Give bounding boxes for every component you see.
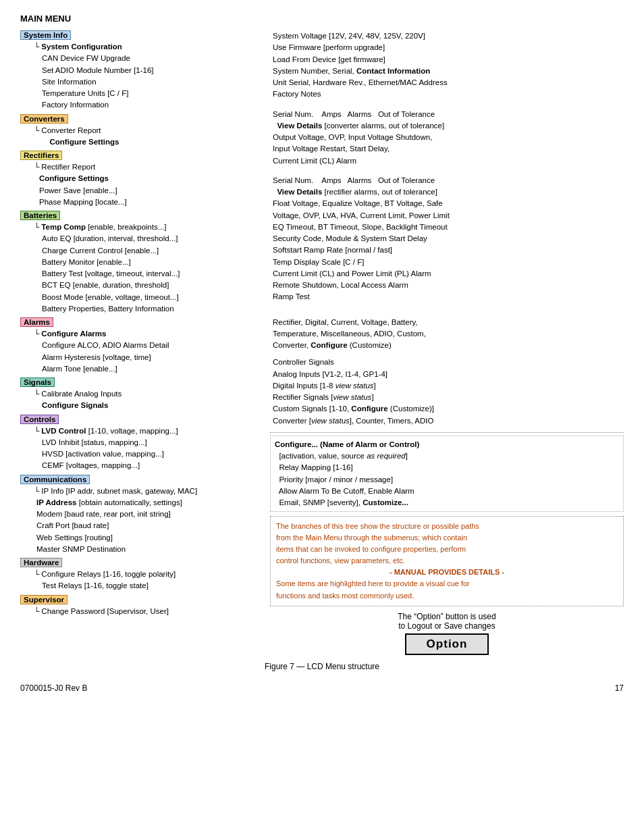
right-line: System Number, Serial, Contact Informati… bbox=[273, 66, 624, 77]
right-line: Priority [major / minor / message] bbox=[275, 474, 619, 486]
section-converters: Converters └ Converter Report Configure … bbox=[20, 114, 263, 149]
sub-item: └ Calibrate Analog Inputs bbox=[34, 388, 263, 400]
right-line: Relay Mapping [1-16] bbox=[275, 462, 619, 473]
sub-item: Master SNMP Destination bbox=[34, 544, 263, 555]
section-label-batteries: Batteries bbox=[20, 211, 60, 220]
footer-right: 17 bbox=[615, 683, 624, 693]
right-line: Output Voltage, OVP, Input Voltage Shutd… bbox=[273, 132, 624, 143]
right-line: Remote Shutdown, Local Access Alarm bbox=[273, 280, 624, 291]
right-line: Converter, Configure (Customize) bbox=[273, 340, 624, 351]
right-line: Temperature, Miscellaneous, ADIO, Custom… bbox=[273, 328, 624, 340]
sub-item: Factory Information bbox=[34, 99, 263, 111]
right-line: Unit Serial, Hardware Rev., Ethernet/MAC… bbox=[273, 77, 624, 88]
right-line: View Details [converter alarms, out of t… bbox=[273, 120, 624, 132]
sub-item: └ System Configuration bbox=[34, 41, 263, 53]
section-batteries: Batteries └ Temp Comp [enable, breakpoin… bbox=[20, 211, 263, 315]
sub-item: CAN Device FW Upgrade bbox=[34, 53, 263, 64]
section-hardware: Hardware └ Configure Relays [1-16, toggl… bbox=[20, 558, 263, 592]
sub-item: Test Relays [1-16, toggle state] bbox=[34, 580, 263, 592]
right-group-signals: Controller Signals Analog Inputs [V1-2, … bbox=[270, 357, 624, 427]
info-box: The branches of this tree show the struc… bbox=[270, 516, 624, 606]
section-label-converters: Converters bbox=[20, 114, 68, 124]
right-line: Controller Signals bbox=[273, 357, 624, 368]
right-line: Custom Signals [1-10, Configure (Customi… bbox=[273, 403, 624, 415]
sub-item: └ Configure Relays [1-16, toggle polarit… bbox=[34, 569, 263, 580]
info-line: The branches of this tree show the struc… bbox=[276, 521, 618, 532]
sub-item: Boost Mode [enable, voltage, timeout...] bbox=[34, 292, 263, 303]
section-label-hardware: Hardware bbox=[20, 558, 62, 567]
sub-item: BCT EQ [enable, duration, threshold] bbox=[34, 280, 263, 291]
sub-item: Power Save [enable...] bbox=[34, 185, 263, 197]
sub-item: Modem [baud rate, rear port, init string… bbox=[34, 509, 263, 520]
option-button[interactable]: Option bbox=[405, 633, 489, 655]
figure-caption: Figure 7 — LCD Menu structure bbox=[20, 662, 624, 671]
right-line: Use Firmware [perform upgrade] bbox=[273, 42, 624, 53]
sub-item: Alarm Tone [enable...] bbox=[34, 363, 263, 375]
page-footer: 0700015-J0 Rev B 17 bbox=[20, 683, 624, 693]
sub-item: └ Configure Alarms bbox=[34, 328, 263, 340]
sub-item: Alarm Hysteresis [voltage, time] bbox=[34, 352, 263, 363]
right-group-alarms: Rectifier, Digital, Current, Voltage, Ba… bbox=[270, 317, 624, 352]
page-title: MAIN MENU bbox=[20, 14, 624, 24]
section-supervisor: Supervisor └ Change Password [Supervisor… bbox=[20, 595, 263, 617]
section-label-signals: Signals bbox=[20, 377, 55, 387]
sub-item: Battery Properties, Battery Information bbox=[34, 303, 263, 315]
section-label-supervisor: Supervisor bbox=[20, 595, 68, 604]
sub-item: └ IP Info [IP addr, subnet mask, gateway… bbox=[34, 486, 263, 497]
right-line: EQ Timeout, BT Timeout, Slope, Backlight… bbox=[273, 221, 624, 233]
section-label-rectifiers: Rectifiers bbox=[20, 151, 62, 160]
right-line: Email, SNMP [severity], Customize... bbox=[275, 497, 619, 509]
right-line: Voltage, OVP, LVA, HVA, Current Limit, P… bbox=[273, 210, 624, 221]
sub-item: Site Information bbox=[34, 76, 263, 88]
sub-item: Battery Monitor [enable...] bbox=[34, 257, 263, 268]
section-system-info: System Info └ System Configuration CAN D… bbox=[20, 30, 263, 111]
right-line: View Details [rectifier alarms, out of t… bbox=[273, 186, 624, 198]
right-line: Temp Display Scale [C / F] bbox=[273, 257, 624, 268]
section-communications: Communications └ IP Info [IP addr, subne… bbox=[20, 475, 263, 556]
option-description: The “Option” button is used to Logout or… bbox=[270, 612, 624, 631]
right-line: Analog Inputs [V1-2, I1-4, GP1-4] bbox=[273, 369, 624, 380]
right-line: Factory Notes bbox=[273, 88, 624, 100]
section-label-alarms: Alarms bbox=[20, 317, 53, 327]
right-line: Rectifier Signals [view status] bbox=[273, 392, 624, 403]
section-controls: Controls └ LVD Control [1-10, voltage, m… bbox=[20, 415, 263, 472]
right-group-system-info: System Voltage [12V, 24V, 48V, 125V, 220… bbox=[270, 30, 624, 101]
info-line: from the Main Menu through the submenus;… bbox=[276, 532, 618, 544]
info-line: Some items are highlighted here to provi… bbox=[276, 578, 618, 590]
right-group-rectifiers: Serial Num. Amps Alarms Out of Tolerance… bbox=[270, 175, 624, 303]
info-line: functions and tasks most commonly used. bbox=[276, 590, 618, 602]
right-group-converters: Serial Num. Amps Alarms Out of Tolerance… bbox=[270, 109, 624, 167]
right-detail-column: System Voltage [12V, 24V, 48V, 125V, 220… bbox=[263, 30, 624, 655]
section-label-system-info: System Info bbox=[20, 30, 71, 40]
right-line: Float Voltage, Equalize Voltage, BT Volt… bbox=[273, 198, 624, 209]
right-line: Load From Device [get firmware] bbox=[273, 54, 624, 66]
sub-item: Set ADIO Module Number [1-16] bbox=[34, 65, 263, 76]
right-line: Input Voltage Restart, Start Delay, bbox=[273, 143, 624, 155]
right-line: Converter [view status], Counter, Timers… bbox=[273, 415, 624, 427]
sub-item: └ LVD Control [1-10, voltage, mapping...… bbox=[34, 425, 263, 437]
right-line: Rectifier, Digital, Current, Voltage, Ba… bbox=[273, 317, 624, 328]
sub-item: Battery Test [voltage, timeout, interval… bbox=[34, 268, 263, 280]
sub-item: └ Rectifier Report bbox=[34, 161, 263, 173]
sub-item: └ Converter Report bbox=[34, 125, 263, 136]
right-line: Softstart Ramp Rate [normal / fast] bbox=[273, 244, 624, 256]
sub-item: Phase Mapping [locate...] bbox=[34, 197, 263, 208]
sub-item: LVD Inhibit [status, mapping...] bbox=[34, 437, 263, 448]
right-line: Configure... (Name of Alarm or Control) bbox=[275, 439, 619, 450]
sub-item: Craft Port [baud rate] bbox=[34, 520, 263, 531]
sub-item: Auto EQ [duration, interval, threshold..… bbox=[34, 233, 263, 244]
footer-left: 0700015-J0 Rev B bbox=[20, 683, 87, 693]
sub-item: Charge Current Control [enable...] bbox=[34, 245, 263, 257]
section-rectifiers: Rectifiers └ Rectifier Report Configure … bbox=[20, 151, 263, 208]
info-line: items that can be invoked to configure p… bbox=[276, 544, 618, 555]
left-menu-column: System Info └ System Configuration CAN D… bbox=[20, 30, 263, 655]
right-line: Digital Inputs [1-8 view status] bbox=[273, 380, 624, 392]
sub-item: Configure Settings bbox=[34, 173, 263, 184]
right-line: Serial Num. Amps Alarms Out of Tolerance bbox=[273, 109, 624, 120]
sub-item: HVSD [activation value, mapping...] bbox=[34, 448, 263, 460]
right-line: Allow Alarm To Be Cutoff, Enable Alarm bbox=[275, 486, 619, 497]
info-line: - MANUAL PROVIDES DETAILS - bbox=[276, 567, 618, 578]
section-alarms: Alarms └ Configure Alarms Configure ALCO… bbox=[20, 317, 263, 375]
right-line: [activation, value, source as required] bbox=[275, 450, 619, 462]
right-line: Current Limit (CL) and Power Limit (PL) … bbox=[273, 268, 624, 280]
